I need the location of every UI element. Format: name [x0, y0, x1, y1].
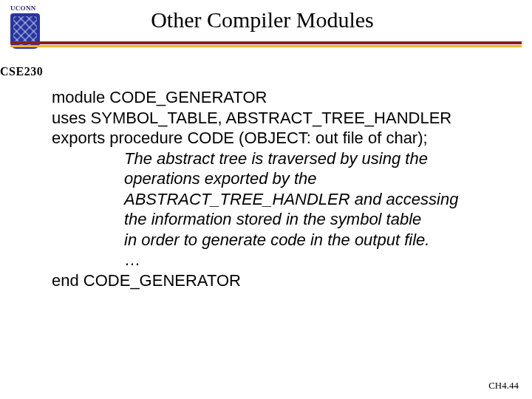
- ellipsis-line: …: [52, 250, 510, 270]
- page-title: Other Compiler Modules: [52, 7, 517, 33]
- slide-header: UCONN Other Compiler Modules: [0, 0, 532, 50]
- divider-secondary: [10, 45, 522, 47]
- description-line: operations exported by the: [52, 168, 510, 189]
- module-decl: module CODE_GENERATOR: [52, 87, 510, 108]
- exports-decl: exports procedure CODE (OBJECT: out file…: [52, 128, 510, 149]
- divider-primary: [10, 41, 522, 44]
- uses-decl: uses SYMBOL_TABLE, ABSTRACT_TREE_HANDLER: [52, 108, 510, 129]
- page-number: CH4.44: [488, 380, 519, 392]
- description-line: The abstract tree is traversed by using …: [52, 149, 510, 169]
- course-label: CSE230: [0, 65, 43, 78]
- description-line: ABSTRACT_TREE_HANDLER and accessing: [52, 189, 510, 210]
- slide-body: module CODE_GENERATOR uses SYMBOL_TABLE,…: [52, 87, 510, 290]
- description-line: the information stored in the symbol tab…: [52, 209, 510, 230]
- description-line: in order to generate code in the output …: [52, 230, 510, 250]
- logo-text: UCONN: [10, 4, 43, 12]
- end-decl: end CODE_GENERATOR: [52, 270, 510, 291]
